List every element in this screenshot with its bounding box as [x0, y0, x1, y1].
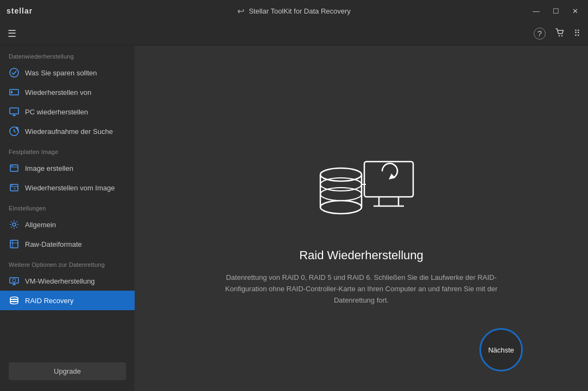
top-right-icons: ? ⠿ — [534, 27, 580, 40]
sidebar-item-raw[interactable]: Raw-Dateiformate — [0, 234, 135, 254]
menu-icon[interactable]: ☰ — [8, 28, 16, 40]
next-button-container: Nächste — [479, 328, 523, 371]
sidebar-item-raid[interactable]: RAID Recovery — [0, 291, 135, 310]
image-restore-icon — [9, 182, 20, 193]
svg-point-1 — [561, 35, 562, 36]
svg-point-27 — [10, 302, 18, 304]
sidebar-item-wiederaufnahme[interactable]: Wiederaufnahme der Suche — [0, 121, 135, 141]
svg-point-11 — [11, 165, 12, 166]
svg-point-20 — [12, 279, 16, 282]
svg-point-33 — [320, 188, 362, 201]
content-area: Raid Wiederherstellung Datenrettung von … — [135, 46, 588, 391]
title-bar: stellar ↩ Stellar ToolKit for Data Recov… — [0, 0, 588, 22]
allgemein-icon — [9, 219, 20, 230]
sidebar-item-allgemein[interactable]: Allgemein — [0, 215, 135, 234]
sidebar-label-raw: Raw-Dateiformate — [25, 240, 82, 248]
sidebar-item-wiederherstellen[interactable]: Wiederherstellen von — [0, 82, 135, 102]
image-create-icon — [9, 163, 20, 174]
svg-rect-4 — [11, 91, 12, 93]
title-bar-center: ↩ Stellar ToolKit for Data Recovery — [237, 6, 351, 16]
pc-icon — [9, 106, 20, 117]
maximize-button[interactable]: ☐ — [549, 6, 562, 16]
close-button[interactable]: ✕ — [569, 6, 581, 16]
sidebar-label-image-restore: Wiederherstellen vom Image — [25, 184, 115, 192]
upgrade-button[interactable]: Upgrade — [9, 362, 126, 380]
minimize-button[interactable]: — — [529, 6, 543, 16]
svg-rect-16 — [10, 240, 18, 248]
content-description: Datenrettung von RAID 0, RAID 5 und RAID… — [210, 272, 514, 306]
section-label-datenwiederherstellung: Datenwiederherstellung — [0, 46, 135, 63]
section-label-einstellungen: Einstellungen — [0, 197, 135, 215]
sidebar-item-pc-wiederherstellen[interactable]: PC wiederherstellen — [0, 102, 135, 121]
help-icon[interactable]: ? — [534, 28, 546, 40]
svg-rect-5 — [10, 108, 18, 114]
sidebar-label-image-erstellen: Image erstellen — [25, 164, 73, 172]
sidebar-item-image-restore[interactable]: Wiederherstellen vom Image — [0, 178, 135, 197]
main-container: Datenwiederherstellung Was Sie sparen so… — [0, 46, 588, 391]
app-logo: stellar — [7, 7, 33, 15]
cart-icon[interactable] — [554, 27, 565, 40]
title-bar-left: stellar — [7, 7, 33, 15]
sidebar-bottom: Upgrade — [0, 357, 135, 386]
svg-point-34 — [320, 201, 362, 214]
top-toolbar: ☰ ? ⠿ — [0, 22, 588, 46]
sidebar-item-was-sie-sparen[interactable]: Was Sie sparen sollten — [0, 63, 135, 82]
was-sie-sparen-icon — [9, 67, 20, 78]
raw-icon — [9, 239, 20, 249]
title-bar-controls: — ☐ ✕ — [529, 6, 581, 16]
vm-icon — [9, 275, 20, 286]
sidebar-item-vm[interactable]: VM-Wiederherstellung — [0, 271, 135, 291]
svg-point-2 — [10, 68, 18, 77]
content-title: Raid Wiederherstellung — [299, 248, 423, 262]
svg-rect-35 — [364, 162, 413, 197]
section-label-weitere: Weitere Optionen zur Datenrettung — [0, 254, 135, 271]
wiederherstellen-icon — [9, 87, 20, 98]
sidebar-item-image-erstellen[interactable]: Image erstellen — [0, 158, 135, 178]
section-label-festplatten: Festplatten Image — [0, 141, 135, 158]
sidebar-label-wiederaufnahme: Wiederaufnahme der Suche — [25, 127, 113, 136]
svg-point-14 — [11, 185, 12, 186]
sidebar-label-pc-wiederherstellen: PC wiederherstellen — [25, 108, 88, 116]
sidebar-label-vm: VM-Wiederherstellung — [25, 277, 95, 285]
resume-icon — [9, 126, 20, 137]
window-title: Stellar ToolKit for Data Recovery — [249, 7, 351, 15]
raid-icon — [9, 295, 20, 306]
svg-point-0 — [559, 35, 560, 36]
sidebar-label-was-sie-sparen: Was Sie sparen sollten — [25, 69, 97, 77]
next-button[interactable]: Nächste — [479, 328, 523, 371]
sidebar-label-wiederherstellen: Wiederherstellen von — [25, 88, 91, 97]
svg-point-15 — [12, 223, 16, 226]
content-illustration — [302, 130, 421, 235]
back-icon[interactable]: ↩ — [237, 6, 244, 16]
sidebar: Datenwiederherstellung Was Sie sparen so… — [0, 46, 135, 391]
sidebar-label-raid: RAID Recovery — [25, 297, 74, 305]
sidebar-label-allgemein: Allgemein — [25, 221, 56, 229]
grid-icon[interactable]: ⠿ — [574, 28, 580, 39]
